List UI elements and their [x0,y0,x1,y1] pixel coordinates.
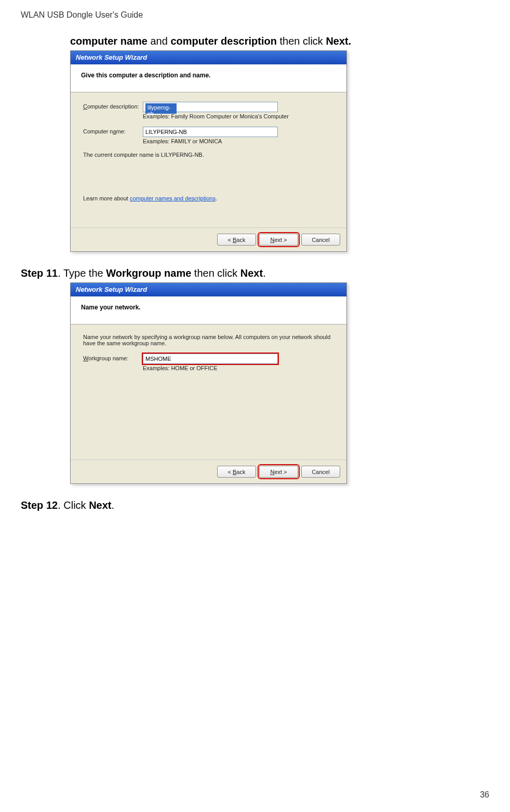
input-workgroup[interactable] [143,354,278,364]
bold-computer-name: computer name [70,35,147,47]
step12-pre: Click [63,499,89,511]
input-desc-value: lilyperng-nb [145,103,177,114]
row-desc: Computer description: lilyperng-nb Examp… [83,102,334,125]
step11-pre: Type the [63,267,106,279]
bold-computer-desc: computer description [170,35,276,47]
doc-header: WLAN USB Dongle User's Guide [21,10,489,20]
step11-dot: . [58,267,63,279]
input-computer-name[interactable] [143,127,278,137]
back-button-1[interactable]: < Back [217,234,256,246]
dialog1-body: Computer description: lilyperng-nb Examp… [71,92,346,227]
label-computer-name: Computer name: [83,127,143,134]
dialog2-header: Name your network. [71,296,346,324]
back-button-2[interactable]: < Back [217,466,256,478]
button-bar-1: < Back Next > Cancel [71,227,346,251]
next-button-2[interactable]: Next > [259,466,298,478]
label-workgroup: Workgroup name: [83,354,143,361]
button-bar-2: < Back Next > Cancel [71,459,346,483]
dialog1-header: Give this computer a description and nam… [71,64,346,92]
step12-b: Next [89,499,111,511]
next-button-1[interactable]: Next > [259,234,298,246]
cancel-button-1[interactable]: Cancel [301,234,340,246]
current-name-text: The current computer name is LILYPERNG-N… [83,152,334,158]
step-12: Step 12. Click Next. [21,499,489,511]
step12-dot: . [58,499,63,511]
desc-examples: Examples: Family Room Computer or Monica… [143,113,334,119]
step12-label: Step 12 [21,499,58,511]
cancel-button-2[interactable]: Cancel [301,466,340,478]
step-11: Step 11. Type the Workgroup name then cl… [21,267,489,279]
dialog2-body: Name your network by specifying a workgr… [71,324,346,459]
step11-label: Step 11 [21,267,58,279]
name-examples: Examples: FAMILY or MONICA [143,138,334,144]
titlebar-1: Network Setup Wizard [71,51,346,64]
titlebar-2: Network Setup Wizard [71,283,346,296]
intro-mid: and [147,35,170,47]
dialog2-intro: Name your network by specifying a workgr… [83,334,334,346]
bold-next-1: Next. [326,35,351,47]
row-workgroup: Workgroup name: Examples: HOME or OFFICE [83,354,334,376]
step11-tail: . [263,267,266,279]
wg-examples: Examples: HOME or OFFICE [143,365,334,371]
link-learn-more[interactable]: computer names and descriptions [130,195,216,201]
intro-line: computer name and computer description t… [70,35,489,47]
step12-tail: . [112,499,115,511]
step11-b: Workgroup name [106,267,191,279]
step11-b2: Next [240,267,263,279]
label-computer-desc: Computer description: [83,102,143,110]
row-name: Computer name: Examples: FAMILY or MONIC… [83,127,334,150]
intro-tail: then click [277,35,326,47]
dialog-computer-desc: Network Setup Wizard Give this computer … [70,50,347,252]
learn-pre: Learn more about [83,195,130,201]
learn-more: Learn more about computer names and desc… [83,195,334,201]
dialog-workgroup: Network Setup Wizard Name your network. … [70,282,347,484]
input-computer-desc[interactable]: lilyperng-nb [143,102,278,112]
page-number: 36 [480,790,489,800]
step11-mid: then click [191,267,240,279]
